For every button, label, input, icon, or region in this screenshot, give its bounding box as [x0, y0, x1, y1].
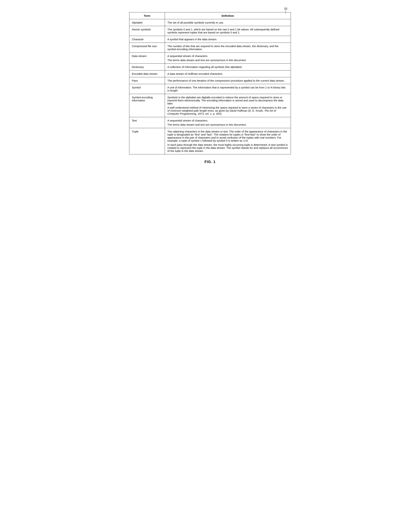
cell-term: Symbol [129, 84, 165, 94]
cell-term: Atomic symbols [129, 26, 165, 36]
table-header-row: Term Definition [129, 12, 291, 19]
figure-label: FIG. 1 [129, 160, 291, 164]
page-number-container: 10 [129, 7, 291, 10]
cell-term: Encoded data stream [129, 70, 165, 77]
cell-definition: A sequential stream of characters.The te… [165, 53, 291, 64]
cell-term: Data stream [129, 53, 165, 64]
cell-definition: Symbols in the alphabet are digitally en… [165, 94, 291, 117]
table-row: TupleTwo adjoining characters in the dat… [129, 128, 291, 154]
cell-definition: A data stream of Huffman encoded charact… [165, 70, 291, 77]
table-row: DictionaryA collection of information re… [129, 64, 291, 70]
cell-term: Symbol-encodinginformation [129, 94, 165, 117]
table-row: SymbolA unit of information. The informa… [129, 84, 291, 94]
cell-definition: The performance of one iteration of the … [165, 77, 291, 84]
table-row: TextA sequential stream of characters.Th… [129, 117, 291, 128]
page-container: 10 Term Definition AlphabetThe set of al… [129, 7, 291, 164]
cell-definition: The symbols 0 and 1, which are based on … [165, 26, 291, 36]
cell-definition: Two adjoining characters in the data str… [165, 128, 291, 154]
cell-definition: The number of bits that are required to … [165, 43, 291, 53]
cell-definition: The set of all possible symbols currentl… [165, 19, 291, 26]
table-row: Symbol-encodinginformationSymbols in the… [129, 94, 291, 117]
cell-term: Dictionary [129, 64, 165, 70]
cell-definition: A sequential stream of characters.The te… [165, 117, 291, 128]
table-row: Encoded data streamA data stream of Huff… [129, 70, 291, 77]
page-number: 10 [284, 7, 287, 10]
cell-definition: A symbol that appears in the data stream… [165, 36, 291, 43]
cell-term: Alphabet [129, 19, 165, 26]
header-definition: Definition [165, 12, 291, 19]
table-row: AlphabetThe set of all possible symbols … [129, 19, 291, 26]
cell-definition: A unit of information. The information t… [165, 84, 291, 94]
table-row: Data streamA sequential stream of charac… [129, 53, 291, 64]
table-row: PassThe performance of one iteration of … [129, 77, 291, 84]
definitions-table: Term Definition AlphabetThe set of all p… [129, 12, 291, 154]
table-row: CharacterA symbol that appears in the da… [129, 36, 291, 43]
table-row: Compressed file sizeThe number of bits t… [129, 43, 291, 53]
table-row: Atomic symbolsThe symbols 0 and 1, which… [129, 26, 291, 36]
cell-term: Tuple [129, 128, 165, 154]
cell-term: Pass [129, 77, 165, 84]
cell-definition: A collection of information regarding al… [165, 64, 291, 70]
cell-term: Character [129, 36, 165, 43]
cell-term: Text [129, 117, 165, 128]
header-term: Term [129, 12, 165, 19]
cell-term: Compressed file size [129, 43, 165, 53]
